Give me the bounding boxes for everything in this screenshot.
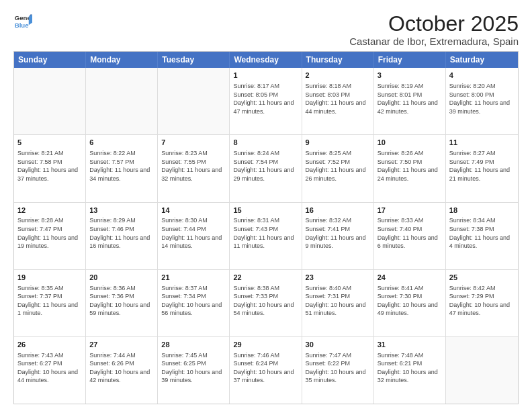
day-info: Sunrise: 8:30 AM Sunset: 7:44 PM Dayligh… bbox=[161, 216, 226, 250]
day-info: Sunrise: 8:40 AM Sunset: 7:31 PM Dayligh… bbox=[306, 284, 370, 318]
calendar-cell-w2-d7: 11Sunrise: 8:27 AM Sunset: 7:49 PM Dayli… bbox=[446, 135, 518, 201]
day-number: 3 bbox=[378, 71, 442, 81]
calendar-cell-w1-d3 bbox=[158, 68, 230, 134]
day-number: 30 bbox=[306, 340, 370, 350]
dow-tuesday: Tuesday bbox=[158, 52, 230, 68]
calendar-cell-w3-d7: 18Sunrise: 8:34 AM Sunset: 7:38 PM Dayli… bbox=[446, 203, 518, 269]
day-number: 10 bbox=[378, 138, 442, 148]
day-number: 17 bbox=[378, 205, 442, 216]
day-number: 13 bbox=[89, 205, 154, 216]
day-number: 29 bbox=[233, 340, 298, 350]
calendar-week-1: 1Sunrise: 8:17 AM Sunset: 8:05 PM Daylig… bbox=[14, 68, 518, 134]
day-info: Sunrise: 8:41 AM Sunset: 7:30 PM Dayligh… bbox=[378, 284, 442, 318]
logo: General Blue bbox=[13, 12, 32, 31]
day-info: Sunrise: 8:42 AM Sunset: 7:29 PM Dayligh… bbox=[449, 284, 515, 318]
calendar-cell-w5-d5: 30Sunrise: 7:47 AM Sunset: 6:22 PM Dayli… bbox=[302, 337, 374, 404]
day-info: Sunrise: 8:27 AM Sunset: 7:49 PM Dayligh… bbox=[449, 149, 515, 183]
day-info: Sunrise: 8:24 AM Sunset: 7:54 PM Dayligh… bbox=[233, 149, 298, 183]
day-info: Sunrise: 8:21 AM Sunset: 7:58 PM Dayligh… bbox=[17, 149, 82, 183]
day-info: Sunrise: 8:28 AM Sunset: 7:47 PM Dayligh… bbox=[17, 216, 82, 250]
calendar-cell-w5-d6: 31Sunrise: 7:48 AM Sunset: 6:21 PM Dayli… bbox=[374, 337, 446, 404]
day-info: Sunrise: 8:35 AM Sunset: 7:37 PM Dayligh… bbox=[17, 284, 82, 318]
day-number: 25 bbox=[449, 273, 515, 283]
day-number: 26 bbox=[17, 340, 82, 350]
day-number: 21 bbox=[161, 273, 226, 283]
logo-icon: General Blue bbox=[13, 12, 32, 31]
calendar-cell-w4-d5: 23Sunrise: 8:40 AM Sunset: 7:31 PM Dayli… bbox=[302, 270, 374, 336]
day-number: 6 bbox=[89, 138, 154, 148]
calendar-cell-w1-d6: 3Sunrise: 8:19 AM Sunset: 8:01 PM Daylig… bbox=[374, 68, 446, 134]
calendar-cell-w4-d1: 19Sunrise: 8:35 AM Sunset: 7:37 PM Dayli… bbox=[14, 270, 86, 336]
calendar-cell-w1-d1 bbox=[14, 68, 86, 134]
day-number: 8 bbox=[233, 138, 298, 148]
page-subtitle: Castanar de Ibor, Extremadura, Spain bbox=[349, 36, 519, 47]
day-info: Sunrise: 7:45 AM Sunset: 6:25 PM Dayligh… bbox=[161, 351, 226, 385]
day-info: Sunrise: 8:29 AM Sunset: 7:46 PM Dayligh… bbox=[89, 216, 154, 250]
day-number: 7 bbox=[161, 138, 226, 148]
calendar: Sunday Monday Tuesday Wednesday Thursday… bbox=[13, 51, 519, 404]
day-number: 15 bbox=[233, 205, 298, 216]
day-info: Sunrise: 8:19 AM Sunset: 8:01 PM Dayligh… bbox=[378, 82, 442, 116]
calendar-week-4: 19Sunrise: 8:35 AM Sunset: 7:37 PM Dayli… bbox=[14, 269, 518, 336]
day-number: 31 bbox=[378, 340, 442, 350]
calendar-cell-w5-d4: 29Sunrise: 7:46 AM Sunset: 6:24 PM Dayli… bbox=[230, 337, 302, 404]
calendar-cell-w3-d6: 17Sunrise: 8:33 AM Sunset: 7:40 PM Dayli… bbox=[374, 203, 446, 269]
day-number: 19 bbox=[17, 273, 82, 283]
calendar-cell-w2-d3: 7Sunrise: 8:23 AM Sunset: 7:55 PM Daylig… bbox=[158, 135, 230, 201]
calendar-week-5: 26Sunrise: 7:43 AM Sunset: 6:27 PM Dayli… bbox=[14, 336, 518, 404]
day-info: Sunrise: 8:26 AM Sunset: 7:50 PM Dayligh… bbox=[378, 149, 442, 183]
day-number: 22 bbox=[233, 273, 298, 283]
day-info: Sunrise: 8:36 AM Sunset: 7:36 PM Dayligh… bbox=[89, 284, 154, 318]
day-info: Sunrise: 8:17 AM Sunset: 8:05 PM Dayligh… bbox=[233, 82, 298, 116]
header: General Blue October 2025 Castanar de Ib… bbox=[13, 12, 519, 47]
day-number: 11 bbox=[449, 138, 515, 148]
day-number: 12 bbox=[17, 205, 82, 216]
day-info: Sunrise: 8:32 AM Sunset: 7:41 PM Dayligh… bbox=[306, 216, 370, 250]
calendar-cell-w2-d6: 10Sunrise: 8:26 AM Sunset: 7:50 PM Dayli… bbox=[374, 135, 446, 201]
calendar-cell-w3-d3: 14Sunrise: 8:30 AM Sunset: 7:44 PM Dayli… bbox=[158, 203, 230, 269]
day-number: 28 bbox=[161, 340, 226, 350]
dow-thursday: Thursday bbox=[302, 52, 374, 68]
calendar-week-3: 12Sunrise: 8:28 AM Sunset: 7:47 PM Dayli… bbox=[14, 202, 518, 269]
day-info: Sunrise: 8:25 AM Sunset: 7:52 PM Dayligh… bbox=[306, 149, 370, 183]
calendar-cell-w4-d2: 20Sunrise: 8:36 AM Sunset: 7:36 PM Dayli… bbox=[86, 270, 158, 336]
day-number: 23 bbox=[306, 273, 370, 283]
day-number: 1 bbox=[233, 71, 298, 81]
day-info: Sunrise: 8:37 AM Sunset: 7:34 PM Dayligh… bbox=[161, 284, 226, 318]
calendar-cell-w5-d7 bbox=[446, 337, 518, 404]
day-info: Sunrise: 8:22 AM Sunset: 7:57 PM Dayligh… bbox=[89, 149, 154, 183]
calendar-cell-w4-d6: 24Sunrise: 8:41 AM Sunset: 7:30 PM Dayli… bbox=[374, 270, 446, 336]
day-number: 20 bbox=[89, 273, 154, 283]
calendar-cell-w2-d2: 6Sunrise: 8:22 AM Sunset: 7:57 PM Daylig… bbox=[86, 135, 158, 201]
calendar-cell-w4-d7: 25Sunrise: 8:42 AM Sunset: 7:29 PM Dayli… bbox=[446, 270, 518, 336]
page-title: October 2025 bbox=[349, 12, 519, 36]
calendar-header: Sunday Monday Tuesday Wednesday Thursday… bbox=[14, 52, 518, 68]
calendar-cell-w3-d4: 15Sunrise: 8:31 AM Sunset: 7:43 PM Dayli… bbox=[230, 203, 302, 269]
calendar-cell-w3-d1: 12Sunrise: 8:28 AM Sunset: 7:47 PM Dayli… bbox=[14, 203, 86, 269]
day-info: Sunrise: 8:38 AM Sunset: 7:33 PM Dayligh… bbox=[233, 284, 298, 318]
day-info: Sunrise: 7:43 AM Sunset: 6:27 PM Dayligh… bbox=[17, 351, 82, 385]
calendar-cell-w4-d3: 21Sunrise: 8:37 AM Sunset: 7:34 PM Dayli… bbox=[158, 270, 230, 336]
day-info: Sunrise: 7:47 AM Sunset: 6:22 PM Dayligh… bbox=[306, 351, 370, 385]
calendar-cell-w3-d2: 13Sunrise: 8:29 AM Sunset: 7:46 PM Dayli… bbox=[86, 203, 158, 269]
day-info: Sunrise: 8:31 AM Sunset: 7:43 PM Dayligh… bbox=[233, 216, 298, 250]
calendar-cell-w5-d1: 26Sunrise: 7:43 AM Sunset: 6:27 PM Dayli… bbox=[14, 337, 86, 404]
day-number: 27 bbox=[89, 340, 154, 350]
calendar-cell-w5-d2: 27Sunrise: 7:44 AM Sunset: 6:26 PM Dayli… bbox=[86, 337, 158, 404]
day-number: 2 bbox=[306, 71, 370, 81]
dow-sunday: Sunday bbox=[14, 52, 86, 68]
page: General Blue October 2025 Castanar de Ib… bbox=[0, 0, 532, 411]
calendar-cell-w2-d1: 5Sunrise: 8:21 AM Sunset: 7:58 PM Daylig… bbox=[14, 135, 86, 201]
calendar-cell-w3-d5: 16Sunrise: 8:32 AM Sunset: 7:41 PM Dayli… bbox=[302, 203, 374, 269]
svg-text:Blue: Blue bbox=[15, 21, 29, 29]
day-number: 5 bbox=[17, 138, 82, 148]
dow-friday: Friday bbox=[374, 52, 446, 68]
day-number: 9 bbox=[306, 138, 370, 148]
day-info: Sunrise: 8:34 AM Sunset: 7:38 PM Dayligh… bbox=[449, 216, 515, 250]
calendar-cell-w1-d2 bbox=[86, 68, 158, 134]
calendar-body: 1Sunrise: 8:17 AM Sunset: 8:05 PM Daylig… bbox=[14, 68, 518, 404]
day-number: 4 bbox=[449, 71, 515, 81]
dow-monday: Monday bbox=[86, 52, 158, 68]
day-info: Sunrise: 7:46 AM Sunset: 6:24 PM Dayligh… bbox=[233, 351, 298, 385]
day-number: 24 bbox=[378, 273, 442, 283]
